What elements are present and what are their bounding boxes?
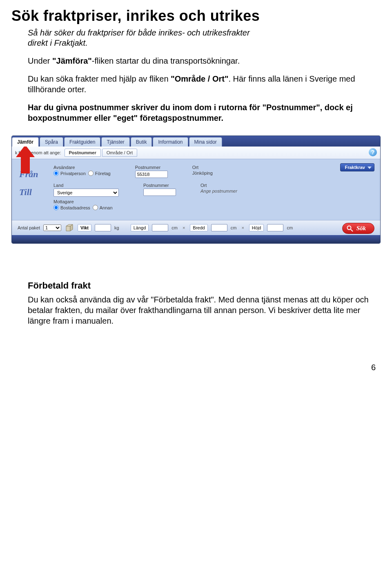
radio-foretag[interactable]: Företag — [88, 171, 111, 176]
app-footer-bar — [12, 235, 380, 243]
tab-jamfor[interactable]: Jämför — [12, 137, 39, 147]
to-ort-hint: Ange postnummer — [200, 189, 237, 193]
to-heading: Till — [19, 187, 53, 198]
avsandare-label: Avsändare — [53, 165, 111, 170]
sok-label: Sök — [356, 225, 366, 231]
page-number: 6 — [11, 363, 381, 372]
dimension-bar: Antal paket 1 Vikt kg Längd cm × Bredd c… — [12, 220, 380, 235]
fraktkrav-label: Fraktkrav — [345, 165, 365, 170]
antal-paket-label: Antal paket — [18, 225, 40, 230]
multiply-icon: × — [240, 225, 245, 230]
vikt-unit: kg — [114, 225, 119, 230]
langd-label: Längd — [131, 224, 149, 231]
langd-input[interactable] — [152, 224, 168, 231]
subtab-row: k frakt genom att ange: Postnummer Områd… — [12, 147, 380, 159]
app-screenshot: Jämför Spåra Fraktguiden Tjänster Butik … — [11, 136, 381, 244]
sok-button[interactable]: Sök — [342, 223, 374, 234]
svg-marker-2 — [66, 226, 70, 231]
red-arrow-annotation — [16, 145, 35, 173]
hojd-unit: cm — [287, 225, 293, 230]
chevron-down-icon — [368, 167, 372, 169]
antal-paket-select[interactable]: 1 — [43, 224, 61, 231]
bredd-label: Bredd — [190, 224, 207, 231]
tab-tjanster[interactable]: Tjänster — [101, 137, 129, 147]
paragraph-omrade: Du kan söka frakter med hjälp av fliken … — [28, 73, 381, 95]
intro-line-2: direkt i Fraktjakt. — [28, 38, 88, 47]
hojd-input[interactable] — [267, 224, 283, 231]
svg-point-4 — [347, 226, 351, 230]
radio-privatperson[interactable]: Privatperson — [53, 171, 86, 176]
subtab-omrade-ort[interactable]: Område / Ort — [102, 149, 137, 157]
subtab-postnummer[interactable]: Postnummer — [65, 149, 101, 157]
vikt-input[interactable] — [95, 224, 111, 231]
forbetald-body: Du kan också använda dig av vår "Förbeta… — [28, 294, 381, 326]
land-select[interactable]: Sverige — [53, 189, 119, 197]
package-icon — [65, 224, 74, 232]
svg-marker-0 — [16, 145, 35, 173]
tab-spara[interactable]: Spåra — [40, 137, 63, 147]
paragraph-postnummer: Har du givna postnummer skriver du inom … — [28, 102, 381, 123]
hojd-label: Höjd — [249, 224, 264, 231]
tab-mina-sidor[interactable]: Mina sidor — [189, 137, 222, 147]
fraktkrav-button[interactable]: Fraktkrav — [340, 163, 374, 171]
to-postnummer-input[interactable] — [143, 189, 176, 196]
vikt-label: Vikt — [78, 224, 91, 231]
tab-butik[interactable]: Butik — [131, 137, 152, 147]
mottagare-label: Mottagare — [53, 199, 113, 204]
search-panel: Fraktkrav Från Avsändare Privatperson Fö… — [12, 159, 380, 220]
page-title: Sök fraktpriser, inrikes och utrikes — [11, 7, 381, 24]
radio-bostadsadress[interactable]: Bostadsadress — [53, 205, 90, 210]
tab-fraktguiden[interactable]: Fraktguiden — [64, 137, 100, 147]
from-postnummer-input[interactable] — [135, 171, 168, 178]
main-tabs: Jämför Spåra Fraktguiden Tjänster Butik … — [12, 136, 380, 147]
paragraph-jamfora: Under "Jämföra"-fliken startar du dina t… — [28, 56, 381, 66]
from-postnummer-label: Postnummer — [135, 165, 168, 170]
from-ort-value: Jönköping — [192, 171, 213, 176]
svg-line-5 — [351, 229, 353, 231]
bredd-input[interactable] — [211, 224, 227, 231]
intro-text: Så här söker du fraktpriser för både inr… — [28, 28, 381, 48]
from-ort-label: Ort — [192, 165, 213, 170]
tab-information[interactable]: Information — [153, 137, 188, 147]
forbetald-heading: Förbetald frakt — [28, 280, 381, 291]
bredd-unit: cm — [231, 225, 237, 230]
to-postnummer-label: Postnummer — [143, 183, 176, 188]
multiply-icon: × — [181, 225, 187, 230]
land-label: Land — [53, 183, 119, 188]
to-ort-label: Ort — [200, 183, 237, 188]
help-icon[interactable]: ? — [369, 148, 377, 156]
search-icon — [347, 225, 353, 232]
radio-annan[interactable]: Annan — [93, 205, 113, 210]
intro-line-1: Så här söker du fraktpriser för både inr… — [28, 28, 250, 37]
langd-unit: cm — [172, 225, 178, 230]
